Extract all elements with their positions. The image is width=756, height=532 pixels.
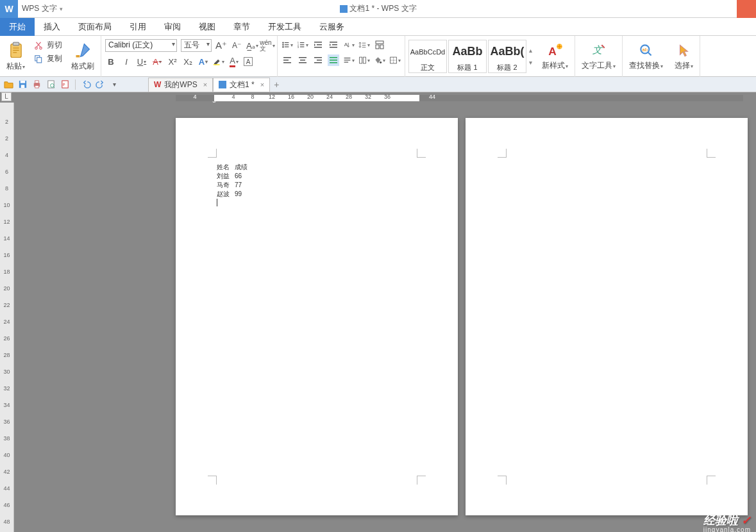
quick-dropdown[interactable]: ▾ <box>108 79 120 90</box>
window-close-button[interactable] <box>737 0 756 18</box>
svg-rect-47 <box>330 62 337 63</box>
ribbon-editing-group: ab 查找替换 选择 <box>623 36 700 77</box>
decrease-font-button[interactable]: A⁻ <box>231 40 242 51</box>
decrease-indent-button[interactable] <box>312 39 324 51</box>
app-menu-dropdown-icon[interactable]: ▾ <box>60 6 63 12</box>
menu-tab-cloud[interactable]: 云服务 <box>310 18 353 36</box>
align-right-button[interactable] <box>312 54 324 66</box>
new-style-button[interactable]: A 新样式 <box>538 41 572 72</box>
table-row: 马奇77 <box>217 181 253 190</box>
style-normal[interactable]: AaBbCcDd 正文 <box>408 40 447 73</box>
tab-close-icon[interactable]: × <box>260 81 264 88</box>
vertical-ruler[interactable]: 2246810121416182022242628303234363840424… <box>0 103 14 532</box>
ribbon-paragraph-group: 123 A <box>278 36 405 77</box>
font-size-select[interactable]: 五号 <box>181 39 212 52</box>
text-tools-button[interactable]: 文 文字工具 <box>578 37 619 76</box>
tab-close-icon[interactable]: × <box>203 81 207 88</box>
page-2[interactable] <box>466 118 748 515</box>
svg-rect-46 <box>330 60 337 61</box>
bold-button[interactable]: B <box>105 56 117 67</box>
style-heading2[interactable]: AaBb( 标题 2 <box>488 40 526 73</box>
subscript-button[interactable]: X₂ <box>182 56 194 67</box>
strikethrough-button[interactable]: A <box>151 56 163 67</box>
font-color-button[interactable]: A <box>228 56 240 67</box>
menu-tab-devtools[interactable]: 开发工具 <box>259 18 310 36</box>
doc-tab-doc1[interactable]: 文档1 * × <box>213 78 270 92</box>
borders-button[interactable] <box>389 54 401 66</box>
style-heading1[interactable]: AaBb 标题 1 <box>448 40 487 73</box>
new-tab-button[interactable]: + <box>270 79 283 90</box>
indent-marker[interactable] <box>212 97 217 103</box>
underline-button[interactable]: U <box>136 56 147 67</box>
text-effects-button[interactable]: A <box>197 56 209 67</box>
menu-tab-review[interactable]: 审阅 <box>155 18 190 36</box>
menu-tab-view[interactable]: 视图 <box>190 18 224 36</box>
document-content[interactable]: 姓名成绩 刘益66 马奇77 赵波99 <box>217 163 253 199</box>
format-painter-button[interactable]: 格式刷 <box>67 37 98 76</box>
phonetic-button[interactable]: wén文 <box>262 40 273 51</box>
redo-button[interactable] <box>94 79 106 90</box>
print-button[interactable] <box>31 79 42 90</box>
menu-tab-layout[interactable]: 页面布局 <box>69 18 121 36</box>
print-preview-button[interactable] <box>45 79 56 90</box>
ruler-tick: 36 <box>0 418 13 426</box>
indent-marker[interactable] <box>417 97 422 103</box>
canvas[interactable]: 姓名成绩 刘益66 马奇77 赵波99 <box>14 103 756 532</box>
svg-text:3: 3 <box>298 46 299 49</box>
doc-tab-mywps[interactable]: W 我的WPS × <box>148 78 213 92</box>
bullets-button[interactable] <box>281 39 293 51</box>
align-distribute-button[interactable] <box>343 54 355 66</box>
increase-indent-button[interactable] <box>328 39 339 51</box>
align-center-button[interactable] <box>297 54 308 66</box>
new-style-icon: A <box>547 42 564 59</box>
svg-rect-33 <box>376 41 383 44</box>
menu-tab-section[interactable]: 章节 <box>224 18 259 36</box>
find-replace-button[interactable]: ab 查找替换 <box>625 41 667 72</box>
ruler-tick: 16 <box>288 94 294 100</box>
italic-button[interactable]: I <box>121 56 132 67</box>
ruler-tick: 14 <box>0 235 13 242</box>
asian-layout-button[interactable] <box>374 39 385 51</box>
font-name-select[interactable]: Calibri (正文) <box>105 39 177 52</box>
shading-button[interactable] <box>374 54 385 66</box>
align-left-button[interactable] <box>281 54 293 66</box>
style-label: 标题 1 <box>457 63 477 72</box>
menu-tab-reference[interactable]: 引用 <box>121 18 155 36</box>
text-direction-button[interactable]: A <box>343 39 355 51</box>
highlight-button[interactable] <box>213 56 224 67</box>
menu-tab-start[interactable]: 开始 <box>0 18 35 36</box>
copy-button[interactable]: 复制 <box>34 53 62 64</box>
style-label: 标题 2 <box>497 63 517 72</box>
export-pdf-button[interactable]: P <box>59 79 71 90</box>
superscript-button[interactable]: X² <box>167 56 178 67</box>
page-1[interactable]: 姓名成绩 刘益66 马奇77 赵波99 <box>176 118 458 515</box>
svg-rect-40 <box>300 60 305 61</box>
line-spacing-button[interactable] <box>358 39 370 51</box>
numbering-button[interactable]: 123 <box>297 39 308 51</box>
select-button[interactable]: 选择 <box>671 41 697 72</box>
open-button[interactable] <box>3 79 14 90</box>
save-button[interactable] <box>17 79 28 90</box>
change-case-button[interactable]: A̲ₐ <box>246 40 258 51</box>
ruler-tick: 18 <box>0 268 13 276</box>
char-border-button[interactable]: A <box>244 57 253 66</box>
paragraph-layout-button[interactable] <box>358 54 370 66</box>
paste-button[interactable]: 粘贴 <box>3 37 29 76</box>
horizontal-ruler[interactable]: 4481216202428323644 <box>176 94 743 103</box>
increase-font-button[interactable]: A⁺ <box>215 40 227 51</box>
styles-more[interactable]: ▴▾ <box>527 47 534 66</box>
quick-access-bar: P ▾ W 我的WPS × 文档1 * × + <box>0 77 756 92</box>
cut-button[interactable]: 剪切 <box>34 40 62 51</box>
menu-tab-insert[interactable]: 插入 <box>35 18 69 36</box>
undo-button[interactable] <box>80 79 92 90</box>
table-row: 姓名成绩 <box>217 163 253 172</box>
tab-stop-selector[interactable]: L <box>1 92 12 101</box>
ribbon: 粘贴 剪切 复制 格式刷 Calibri (正文) 五号 A⁺ A⁻ A̲ₐ <box>0 36 756 77</box>
svg-rect-36 <box>283 57 291 58</box>
svg-rect-64 <box>21 85 24 88</box>
ruler-tick: 26 <box>0 335 13 342</box>
align-justify-button[interactable] <box>328 54 339 66</box>
ruler-tick: 28 <box>346 94 352 100</box>
svg-rect-32 <box>362 47 366 47</box>
ruler-tick: 44 <box>0 485 13 492</box>
